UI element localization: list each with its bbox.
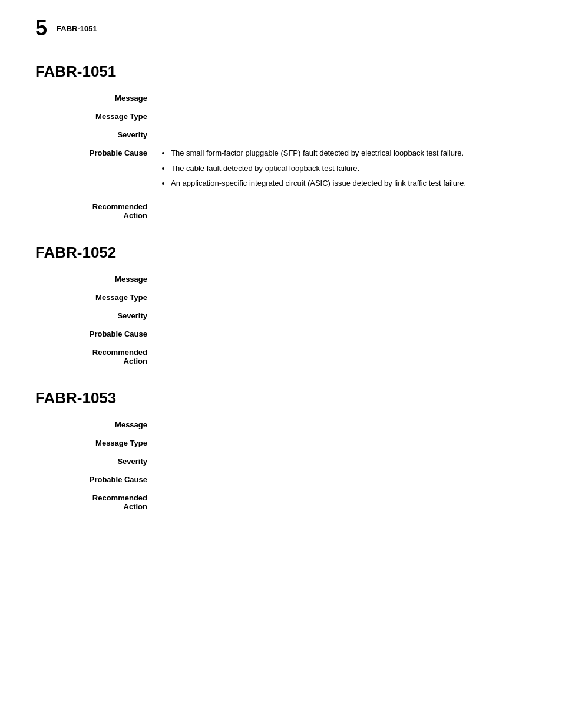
message-label-1052: Message bbox=[35, 274, 159, 284]
bullet-item-2: The cable fault detected by optical loop… bbox=[171, 163, 527, 174]
probable-cause-label-1051: Probable Cause bbox=[35, 147, 159, 157]
recommended-action-label-1053: RecommendedAction bbox=[35, 492, 159, 511]
section-fabr-1052: FABR-1052 Message Message Type Severity … bbox=[35, 243, 527, 365]
recommended-action-label-1052: RecommendedAction bbox=[35, 347, 159, 365]
message-type-row-1051: Message Type bbox=[35, 111, 527, 121]
probable-cause-value-1051: The small form-factor pluggable (SFP) fa… bbox=[159, 147, 527, 193]
message-row-1051: Message bbox=[35, 93, 527, 103]
probable-cause-list-1051: The small form-factor pluggable (SFP) fa… bbox=[159, 147, 527, 189]
severity-row-1051: Severity bbox=[35, 129, 527, 139]
message-row-1053: Message bbox=[35, 419, 527, 429]
message-type-label-1052: Message Type bbox=[35, 292, 159, 302]
page-number: 5 bbox=[35, 18, 47, 39]
message-label-1051: Message bbox=[35, 93, 159, 103]
message-type-label-1053: Message Type bbox=[35, 437, 159, 447]
recommended-action-row-1052: RecommendedAction bbox=[35, 347, 527, 365]
message-type-row-1052: Message Type bbox=[35, 292, 527, 302]
message-type-label-1051: Message Type bbox=[35, 111, 159, 121]
section-fabr-1053: FABR-1053 Message Message Type Severity … bbox=[35, 389, 527, 511]
section-title-fabr-1051: FABR-1051 bbox=[35, 62, 527, 81]
severity-label-1051: Severity bbox=[35, 129, 159, 139]
bullet-item-1: The small form-factor pluggable (SFP) fa… bbox=[171, 147, 527, 159]
message-row-1052: Message bbox=[35, 274, 527, 284]
probable-cause-row-1051: Probable Cause The small form-factor plu… bbox=[35, 147, 527, 193]
message-type-row-1053: Message Type bbox=[35, 437, 527, 447]
probable-cause-label-1053: Probable Cause bbox=[35, 474, 159, 484]
bullet-item-3: An application-specific integrated circu… bbox=[171, 177, 527, 189]
section-fabr-1051: FABR-1051 Message Message Type Severity … bbox=[35, 62, 527, 220]
severity-label-1053: Severity bbox=[35, 456, 159, 466]
severity-label-1052: Severity bbox=[35, 310, 159, 320]
probable-cause-label-1052: Probable Cause bbox=[35, 328, 159, 338]
severity-row-1053: Severity bbox=[35, 456, 527, 466]
recommended-action-row-1053: RecommendedAction bbox=[35, 492, 527, 511]
section-title-fabr-1053: FABR-1053 bbox=[35, 389, 527, 407]
probable-cause-row-1052: Probable Cause bbox=[35, 328, 527, 338]
recommended-action-row-1051: RecommendedAction bbox=[35, 201, 527, 220]
page-header: 5 FABR-1051 bbox=[35, 18, 527, 39]
recommended-action-label-1051: RecommendedAction bbox=[35, 201, 159, 220]
page-header-title: FABR-1051 bbox=[57, 24, 97, 33]
message-label-1053: Message bbox=[35, 419, 159, 429]
section-title-fabr-1052: FABR-1052 bbox=[35, 243, 527, 262]
probable-cause-row-1053: Probable Cause bbox=[35, 474, 527, 484]
severity-row-1052: Severity bbox=[35, 310, 527, 320]
